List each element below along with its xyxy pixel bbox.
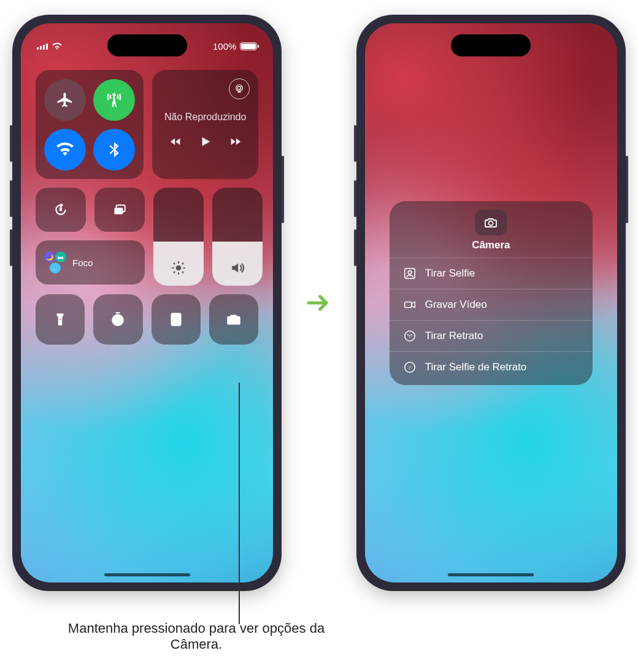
airplay-button[interactable]	[229, 78, 250, 99]
camera-options-menu: Câmera Tirar Selfie Gravar Vídeo f Tirar…	[390, 201, 593, 385]
screen-mirroring-icon	[112, 202, 128, 218]
svg-point-0	[236, 85, 243, 91]
orientation-lock-icon	[53, 202, 69, 218]
svg-point-5	[176, 265, 182, 271]
svg-line-13	[182, 263, 183, 264]
camera-option-label: Gravar Vídeo	[425, 299, 487, 311]
screen-right: Câmera Tirar Selfie Gravar Vídeo f Tirar…	[365, 23, 617, 582]
svg-rect-2	[60, 208, 62, 211]
svg-point-21	[177, 319, 179, 320]
svg-point-25	[231, 318, 236, 323]
svg-point-28	[408, 270, 412, 274]
camera-icon	[226, 311, 242, 327]
portrait-selfie-icon: f	[403, 361, 417, 374]
callout-caption: Mantenha pressionado para ver opções da …	[43, 620, 350, 652]
svg-point-19	[173, 319, 174, 320]
bluetooth-icon	[105, 140, 123, 159]
battery-percent: 100%	[213, 41, 236, 52]
camera-icon	[483, 215, 498, 230]
selfie-icon	[403, 267, 417, 280]
portrait-icon: f	[403, 329, 417, 343]
brightness-icon	[171, 260, 186, 276]
camera-option-video[interactable]: Gravar Vídeo	[390, 289, 593, 320]
svg-rect-29	[404, 302, 411, 307]
camera-option-label: Tirar Selfie	[425, 267, 475, 280]
video-icon	[403, 298, 417, 311]
orientation-lock-toggle[interactable]	[36, 188, 86, 232]
fast-forward-icon[interactable]	[228, 135, 242, 148]
cellular-data-toggle[interactable]	[93, 79, 135, 121]
home-indicator[interactable]	[448, 573, 534, 576]
camera-button[interactable]	[209, 294, 258, 345]
camera-option-label: Tirar Selfie de Retrato	[425, 361, 527, 373]
media-tile[interactable]: Não Reproduzindo	[152, 70, 258, 179]
airplane-mode-toggle[interactable]	[44, 79, 86, 121]
svg-rect-4	[114, 208, 123, 215]
cellular-signal-icon	[37, 42, 48, 50]
battery-icon	[240, 42, 257, 50]
svg-text:f: f	[409, 365, 411, 370]
screen-mirroring-toggle[interactable]	[94, 188, 145, 232]
wifi-icon	[56, 140, 74, 159]
svg-point-22	[173, 321, 174, 323]
callout-leader-line	[239, 383, 240, 624]
transition-arrow-icon	[306, 290, 331, 316]
svg-point-26	[489, 221, 493, 226]
phone-right: Câmera Tirar Selfie Gravar Vídeo f Tirar…	[356, 15, 626, 591]
antenna-icon	[105, 91, 123, 109]
focus-control[interactable]: 🌙 🛏 💧 Foco	[36, 240, 145, 284]
camera-option-portrait-selfie[interactable]: f Tirar Selfie de Retrato	[390, 351, 593, 383]
camera-option-selfie[interactable]: Tirar Selfie	[390, 258, 593, 289]
svg-line-12	[174, 272, 175, 273]
svg-rect-18	[173, 315, 179, 318]
play-icon[interactable]	[199, 135, 212, 148]
flashlight-toggle[interactable]	[36, 294, 85, 345]
camera-option-label: Tirar Retrato	[425, 330, 483, 342]
focus-label: Foco	[72, 258, 93, 268]
airplane-icon	[56, 91, 74, 109]
airplay-icon	[234, 83, 245, 94]
connectivity-tile[interactable]	[36, 70, 144, 179]
flashlight-icon	[52, 311, 68, 327]
bluetooth-toggle[interactable]	[93, 129, 135, 170]
home-indicator[interactable]	[104, 573, 190, 576]
rewind-icon[interactable]	[169, 135, 183, 148]
svg-point-23	[175, 321, 177, 323]
timer-button[interactable]	[93, 294, 142, 345]
svg-point-24	[177, 321, 179, 323]
screen-left: 100%	[21, 23, 273, 582]
calculator-icon	[168, 311, 184, 327]
control-center: Não Reproduzindo	[36, 70, 258, 345]
svg-text:f: f	[409, 334, 411, 339]
dynamic-island	[451, 34, 531, 56]
camera-menu-title: Câmera	[472, 239, 510, 251]
svg-point-14	[113, 315, 123, 325]
svg-point-1	[238, 86, 241, 90]
camera-menu-header-icon	[475, 210, 507, 235]
calculator-button[interactable]	[152, 294, 201, 345]
wifi-status-icon	[52, 42, 63, 50]
dynamic-island	[107, 34, 187, 56]
wifi-toggle[interactable]	[44, 129, 86, 170]
timer-icon	[110, 311, 126, 327]
svg-line-10	[174, 263, 175, 264]
svg-line-11	[182, 272, 183, 273]
svg-point-20	[175, 319, 177, 320]
volume-icon	[229, 260, 245, 276]
camera-option-portrait[interactable]: f Tirar Retrato	[390, 320, 593, 351]
phone-left: 100%	[12, 15, 282, 591]
now-playing-label: Não Reproduzindo	[164, 112, 246, 123]
brightness-slider[interactable]	[153, 188, 204, 286]
volume-slider[interactable]	[212, 188, 263, 286]
focus-modes-icon: 🌙 🛏 💧	[44, 251, 66, 273]
